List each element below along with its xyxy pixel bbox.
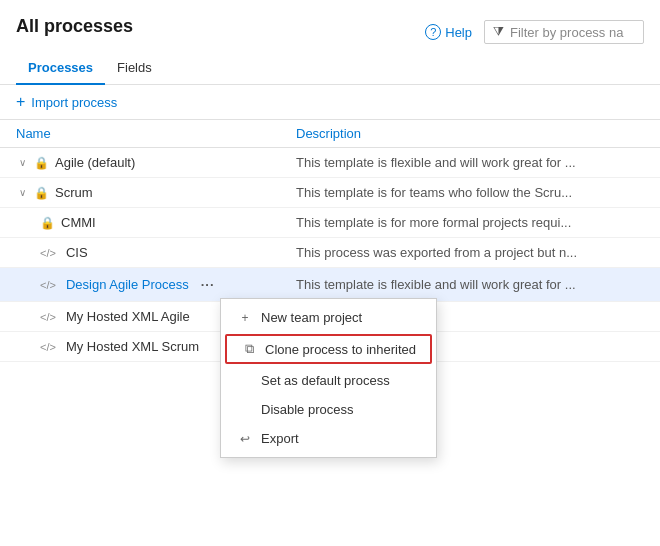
row-desc-cell: This template is flexible and will work … — [296, 277, 644, 292]
menu-item-label: New team project — [261, 310, 362, 325]
table-row: </> CIS This process was exported from a… — [0, 238, 660, 268]
plus-icon: + — [16, 93, 25, 111]
table-header: Name Description — [0, 120, 660, 148]
lock-icon: 🔒 — [34, 186, 49, 200]
chevron-down-icon: ∨ — [16, 157, 28, 168]
tab-fields[interactable]: Fields — [105, 52, 164, 85]
menu-item-disable-process[interactable]: Disable process — [221, 395, 436, 424]
clone-icon: ⧉ — [241, 341, 257, 357]
process-name[interactable]: CMMI — [61, 215, 96, 230]
chevron-down-icon: ∨ — [16, 187, 28, 198]
row-desc-cell: This template is for more formal project… — [296, 215, 644, 230]
row-desc-cell: This template is flexible and will work … — [296, 155, 644, 170]
row-name-cell: ∨ 🔒 Scrum — [16, 185, 296, 200]
tab-processes[interactable]: Processes — [16, 52, 105, 85]
menu-item-label: Clone process to inherited — [265, 342, 416, 357]
header-actions: ? Help ⧩ Filter by process na — [425, 20, 644, 44]
table-row: </> Design Agile Process ··· This templa… — [0, 268, 660, 302]
code-icon: </> — [40, 247, 56, 259]
row-desc-cell: This template is for teams who follow th… — [296, 185, 644, 200]
code-icon: </> — [40, 279, 56, 291]
col-name: Name — [16, 126, 296, 141]
code-icon: </> — [40, 311, 56, 323]
process-name[interactable]: CIS — [66, 245, 88, 260]
menu-item-label: Export — [261, 431, 299, 446]
menu-item-clone-process[interactable]: ⧉ Clone process to inherited — [225, 334, 432, 364]
toolbar: + Import process — [0, 85, 660, 120]
process-name[interactable]: My Hosted XML Scrum — [66, 339, 199, 354]
help-icon: ? — [425, 24, 441, 40]
menu-item-label: Disable process — [261, 402, 354, 417]
tabs-bar: Processes Fields — [0, 52, 660, 85]
more-options-button[interactable]: ··· — [195, 275, 221, 294]
import-process-button[interactable]: + Import process — [16, 93, 644, 111]
row-name-cell: 🔒 CMMI — [16, 215, 296, 230]
process-name-link[interactable]: Design Agile Process — [66, 277, 189, 292]
code-icon: </> — [40, 341, 56, 353]
filter-input[interactable]: ⧩ Filter by process na — [484, 20, 644, 44]
menu-item-export[interactable]: ↩ Export — [221, 424, 436, 453]
table-row: ∨ 🔒 Agile (default) This template is fle… — [0, 148, 660, 178]
page-header: All processes ? Help ⧩ Filter by process… — [0, 0, 660, 44]
table-row: 🔒 CMMI This template is for more formal … — [0, 208, 660, 238]
row-desc-cell: This process was exported from a project… — [296, 245, 644, 260]
menu-item-label: Set as default process — [261, 373, 390, 388]
process-name[interactable]: Scrum — [55, 185, 93, 200]
help-label: Help — [445, 25, 472, 40]
col-desc: Description — [296, 126, 644, 141]
row-name-cell: </> CIS — [16, 245, 296, 260]
processes-table: Name Description ∨ 🔒 Agile (default) Thi… — [0, 120, 660, 362]
row-name-cell: </> Design Agile Process ··· — [16, 275, 296, 294]
row-name-cell: ∨ 🔒 Agile (default) — [16, 155, 296, 170]
context-menu: + New team project ⧉ Clone process to in… — [220, 298, 437, 458]
export-icon: ↩ — [237, 432, 253, 446]
lock-icon: 🔒 — [34, 156, 49, 170]
lock-icon: 🔒 — [40, 216, 55, 230]
filter-placeholder: Filter by process na — [510, 25, 623, 40]
process-name[interactable]: Agile (default) — [55, 155, 135, 170]
plus-icon: + — [237, 311, 253, 325]
process-name[interactable]: My Hosted XML Agile — [66, 309, 190, 324]
filter-icon: ⧩ — [493, 24, 504, 40]
page-title: All processes — [16, 16, 133, 37]
menu-item-set-default[interactable]: Set as default process — [221, 366, 436, 395]
table-row: ∨ 🔒 Scrum This template is for teams who… — [0, 178, 660, 208]
menu-item-new-team-project[interactable]: + New team project — [221, 303, 436, 332]
import-label: Import process — [31, 95, 117, 110]
help-link[interactable]: ? Help — [425, 24, 472, 40]
